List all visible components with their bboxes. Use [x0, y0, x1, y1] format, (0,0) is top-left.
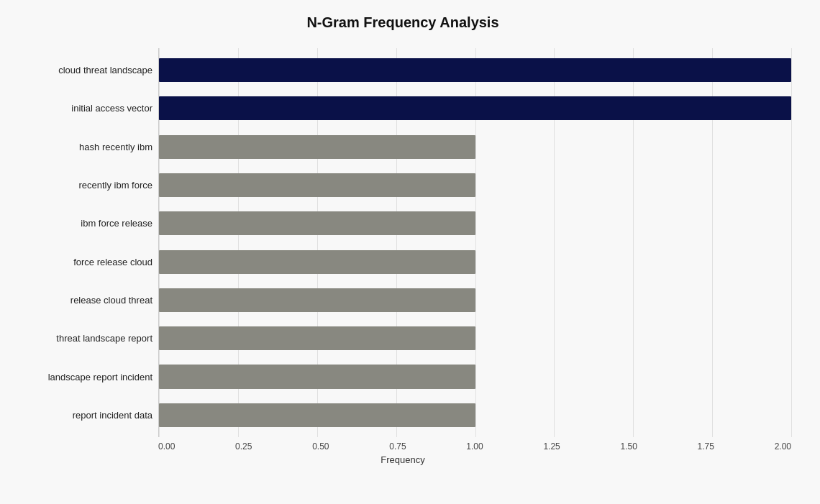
y-label: recently ibm force: [78, 166, 152, 204]
bars-area: [158, 48, 791, 437]
bar-row: [159, 242, 791, 280]
bottom-section: 0.000.250.500.751.001.251.501.752.00 Fre…: [14, 437, 791, 465]
bar: [159, 403, 475, 427]
bar-row: [159, 51, 791, 89]
bar: [159, 58, 791, 82]
y-label: release cloud threat: [70, 281, 152, 319]
y-labels: cloud threat landscapeinitial access vec…: [14, 48, 158, 437]
y-label: initial access vector: [71, 89, 152, 127]
x-tick: 1.50: [620, 441, 637, 452]
bar: [159, 365, 475, 388]
bar: [159, 288, 475, 312]
bar-row: [159, 128, 791, 166]
bars-wrapper: [159, 48, 791, 437]
bar-row: [159, 166, 791, 204]
chart-container: N-Gram Frequency Analysis cloud threat l…: [0, 0, 820, 504]
bar-row: [159, 89, 791, 127]
y-label: landscape report incident: [48, 357, 152, 395]
x-axis-title: Frequency: [14, 454, 791, 465]
y-label: force release cloud: [73, 242, 152, 280]
chart-title: N-Gram Frequency Analysis: [14, 14, 791, 31]
x-tick: 1.00: [466, 441, 483, 452]
bar: [159, 173, 475, 197]
x-tick: 0.25: [235, 441, 252, 452]
y-label: threat landscape report: [56, 319, 152, 357]
grid-line: [791, 48, 792, 437]
bar-row: [159, 357, 791, 395]
x-tick: 1.75: [698, 441, 714, 452]
x-tick: 2.00: [775, 441, 791, 452]
bar-row: [159, 281, 791, 319]
chart-area: cloud threat landscapeinitial access vec…: [14, 48, 791, 437]
x-tick: 0.00: [158, 441, 175, 452]
bar: [159, 135, 475, 159]
bar-row: [159, 396, 791, 434]
x-tick: 0.75: [389, 441, 406, 452]
y-label: hash recently ibm: [79, 128, 152, 166]
x-tick: 0.50: [312, 441, 329, 452]
y-label: report incident data: [73, 396, 152, 434]
x-tick: 1.25: [543, 441, 560, 452]
bar: [159, 211, 475, 235]
y-label: ibm force release: [81, 204, 152, 242]
x-axis: 0.000.250.500.751.001.251.501.752.00: [14, 437, 791, 452]
bar: [159, 96, 791, 120]
bar-row: [159, 319, 791, 357]
bar-row: [159, 204, 791, 242]
y-label: cloud threat landscape: [58, 51, 152, 89]
bar: [159, 326, 475, 350]
bar: [159, 250, 475, 274]
